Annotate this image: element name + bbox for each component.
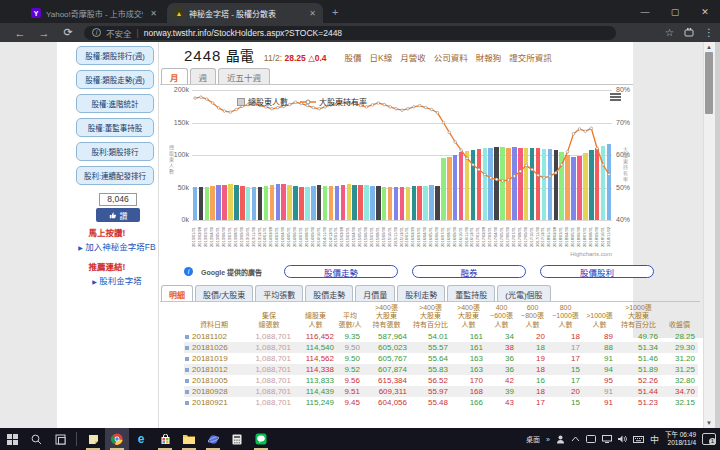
x-label-2017/12/31: 2017/12/31: [541, 227, 545, 247]
reload-button[interactable]: ⟳: [56, 26, 80, 39]
x-label-2018/04/30: 2018/04/30: [565, 227, 569, 247]
sidebar-item-2[interactable]: 股權:進階統計: [76, 94, 154, 113]
right-tick-50%: 50%: [616, 184, 642, 191]
scrollbar-down-icon[interactable]: ▼: [703, 418, 715, 428]
cell->1000張大股東持有百分比: 51.44: [616, 386, 661, 397]
sidebar-item-3[interactable]: 股權:董監事持股: [76, 118, 154, 137]
browser-tab-active[interactable]: ▲ 神秘金字塔 - 股權分散表 ✕: [167, 3, 323, 23]
cell-收盤價: 32.80: [661, 375, 698, 386]
ad-pill-2[interactable]: 股價股利: [540, 265, 654, 278]
taskbar-line-app[interactable]: [249, 428, 273, 450]
ad-pill-1[interactable]: 融券: [412, 265, 526, 278]
volume-icon[interactable]: [618, 435, 627, 443]
x-label-2014/01/31: 2014/01/31: [263, 227, 267, 247]
tab-close-icon[interactable]: ✕: [309, 9, 316, 18]
table-tab-1[interactable]: 股價/大股東: [195, 285, 253, 302]
toolbar-chevron-icon[interactable]: »: [546, 436, 550, 443]
table-tab-2[interactable]: 平均張數: [255, 285, 303, 302]
taskbar-sticky-notes[interactable]: [81, 428, 105, 450]
cell->1000張人數: 91: [583, 397, 616, 408]
forward-button[interactable]: →: [32, 27, 56, 39]
sidebar-item-0[interactable]: 股權:類股排行(週): [76, 46, 154, 65]
bookmark-star-icon[interactable]: ☆: [665, 27, 674, 38]
x-label-2018/02/28: 2018/02/28: [553, 227, 557, 247]
url-separator: |: [137, 28, 139, 38]
header-link-1[interactable]: 日K線: [370, 53, 393, 63]
window-maximize-button[interactable]: ▢: [660, 0, 690, 23]
hidden-icons-chevron-icon[interactable]: [571, 436, 580, 442]
table-tab-6[interactable]: 董監持股: [447, 285, 495, 302]
page-info-icon[interactable]: i: [92, 28, 101, 37]
cell-800~1000張人數: 17: [548, 353, 583, 364]
header-link-0[interactable]: 股價: [345, 53, 362, 63]
taskbar-chrome[interactable]: [105, 428, 129, 450]
highcharts-credit[interactable]: Highcharts.com: [492, 251, 612, 257]
legend-total-holders[interactable]: 總股東人數: [237, 96, 288, 107]
window-close-button[interactable]: ✕: [690, 0, 720, 23]
touch-keyboard-icon[interactable]: [633, 436, 644, 443]
ime-indicator[interactable]: 中: [650, 433, 659, 446]
dividend-pyramid-link[interactable]: ▶ 股利金字塔: [57, 274, 177, 286]
scrollbar-up-icon[interactable]: ▲: [703, 42, 715, 52]
triangle-bullet-icon: ▶: [92, 279, 97, 285]
back-button[interactable]: ←: [8, 27, 32, 39]
table-tab-5[interactable]: 股利走勢: [397, 285, 445, 302]
window-minimize-button[interactable]: —: [630, 0, 660, 23]
table-tab-0[interactable]: 明細: [161, 285, 193, 302]
sidebar-item-4[interactable]: 股利:類股排行: [76, 142, 154, 161]
header-link-3[interactable]: 公司資料: [434, 53, 468, 63]
sidebar-item-1[interactable]: 股權:類股走勢(週): [76, 70, 154, 89]
taskbar-edge[interactable]: e: [129, 428, 153, 450]
action-center-icon[interactable]: 1: [702, 433, 716, 445]
tab-title: 神秘金字塔 - 股權分散表: [189, 8, 302, 19]
cell-集保總張數: 1,088,701: [244, 342, 294, 353]
table-tab-4[interactable]: 月價量: [355, 285, 395, 302]
ad-info-icon[interactable]: i: [184, 267, 193, 276]
address-bar[interactable]: i 不安全 | norway.twsthr.info/StockHolders.…: [84, 26, 616, 40]
fb-group-link[interactable]: ▶ 加入神秘金字塔FB: [57, 240, 177, 252]
page-right-gutter: [633, 42, 703, 338]
desktop-toolbar-label[interactable]: 桌面: [526, 434, 540, 444]
tab-close-icon[interactable]: ✕: [150, 9, 157, 18]
clock[interactable]: 下午 06:49 2018/11/4: [665, 431, 696, 448]
cell->400張大股東人數: 170: [451, 375, 486, 386]
windows-taskbar: e 桌面 » 中 下午 06:49 2018/11/4 1: [0, 428, 720, 450]
chart-menu-icon[interactable]: [610, 93, 621, 102]
chart-legend: 總股東人數 大股東持有率: [237, 96, 367, 107]
quote-date: 11/2:: [264, 53, 282, 63]
search-button[interactable]: [24, 428, 48, 450]
header-link-4[interactable]: 財報狗: [476, 53, 502, 63]
sidebar-item-5[interactable]: 股利:連續配發排行: [76, 166, 154, 185]
table-row: 201809211,088,701115,2499.45604,05655.48…: [184, 397, 698, 408]
fb-like-button[interactable]: 讚: [96, 208, 140, 222]
legend-holding-rate[interactable]: 大股東持有率: [300, 96, 367, 107]
ad-pill-0[interactable]: 股價走勢: [284, 265, 398, 278]
chart-tab-2[interactable]: 近五十週: [218, 68, 270, 85]
browser-tab-yahoo[interactable]: Y Yahoo!奇摩股市 - 上市成交值排 ✕: [24, 3, 164, 23]
table-tab-3[interactable]: 股價走勢: [305, 285, 353, 302]
taskbar-file-explorer[interactable]: [177, 428, 201, 450]
pen-tablet-icon[interactable]: [586, 435, 596, 443]
header-link-5[interactable]: 證交所資訊: [509, 53, 552, 63]
cell-收盤價: 34.70: [661, 386, 698, 397]
new-tab-button[interactable]: +: [332, 6, 338, 18]
data-table-tabs: 明細股價/大股東平均張數股價走勢月價量股利走勢董監持股(光電)個股: [161, 283, 551, 302]
taskbar-calculator[interactable]: [225, 428, 249, 450]
cell-400~600張人數: 34: [486, 331, 517, 342]
row-bullet-icon: [185, 379, 189, 383]
chart-tab-1[interactable]: 週: [190, 68, 217, 85]
chart-tab-0[interactable]: 月: [161, 68, 188, 85]
scrollbar-thumb[interactable]: [705, 52, 713, 114]
cell-平均張數/人: 9.50: [337, 342, 363, 353]
extension-icon[interactable]: [684, 27, 694, 39]
browser-menu-icon[interactable]: ⋮: [704, 27, 714, 38]
header-link-2[interactable]: 月營收: [400, 53, 426, 63]
taskbar-app-planet[interactable]: [201, 428, 225, 450]
taskbar-store[interactable]: [153, 428, 177, 450]
people-icon[interactable]: [556, 435, 565, 444]
task-view-button[interactable]: [48, 428, 72, 450]
start-button[interactable]: [0, 428, 24, 450]
network-display-icon[interactable]: [602, 435, 612, 443]
table-tab-7[interactable]: (光電)個股: [497, 285, 550, 302]
x-label-2016/05/31: 2016/05/31: [429, 227, 433, 247]
